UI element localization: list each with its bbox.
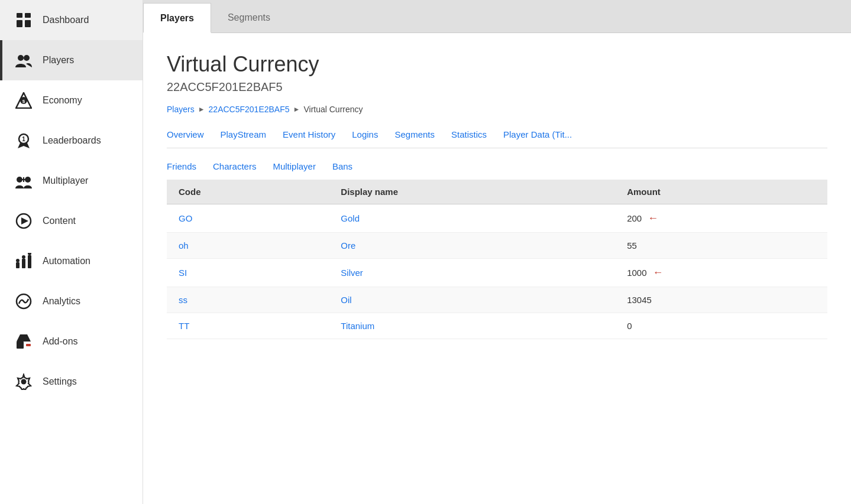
table-cell-code[interactable]: GO bbox=[167, 204, 329, 233]
breadcrumb: Players ► 22ACC5F201E2BAF5 ► Virtual Cur… bbox=[167, 105, 827, 114]
sidebar-label-analytics: Analytics bbox=[43, 296, 80, 307]
nav-link-overview[interactable]: Overview bbox=[167, 127, 204, 142]
players-icon bbox=[14, 51, 33, 70]
nav-link-multiplayer[interactable]: Multiplayer bbox=[273, 159, 316, 174]
sidebar-label-content: Content bbox=[43, 216, 76, 226]
svg-marker-16 bbox=[21, 217, 28, 225]
page-title: Virtual Currency bbox=[167, 52, 827, 77]
svg-point-21 bbox=[22, 255, 25, 259]
sidebar-item-addons[interactable]: Add-ons bbox=[0, 321, 143, 362]
table-row: GOGold 200 ← bbox=[167, 204, 827, 233]
nav-link-logins[interactable]: Logins bbox=[352, 127, 378, 142]
svg-point-20 bbox=[16, 259, 20, 262]
svg-text:$: $ bbox=[22, 99, 25, 104]
table-cell-display-name[interactable]: Titanium bbox=[329, 313, 615, 339]
svg-text:1: 1 bbox=[22, 136, 25, 142]
sidebar-item-leaderboards[interactable]: 1 Leaderboards bbox=[0, 121, 143, 161]
svg-rect-1 bbox=[25, 13, 31, 18]
table-row: SISilver 1000 ← bbox=[167, 259, 827, 287]
amount-value: 200 bbox=[627, 213, 642, 223]
table-cell-amount: 55 bbox=[615, 233, 827, 259]
table-cell-code[interactable]: TT bbox=[167, 313, 329, 339]
amount-value: 1000 bbox=[627, 268, 646, 278]
table-cell-code[interactable]: SI bbox=[167, 259, 329, 287]
svg-rect-24 bbox=[17, 342, 24, 349]
sidebar-item-players[interactable]: Players bbox=[0, 40, 143, 80]
col-header-amount: Amount bbox=[615, 180, 827, 204]
sidebar-label-settings: Settings bbox=[43, 376, 77, 387]
svg-rect-18 bbox=[22, 259, 25, 268]
table-cell-display-name[interactable]: Oil bbox=[329, 287, 615, 313]
svg-rect-0 bbox=[17, 13, 22, 18]
sidebar-item-automation[interactable]: Automation bbox=[0, 241, 143, 281]
leaderboards-icon: 1 bbox=[14, 131, 33, 150]
sidebar-item-economy[interactable]: $ Economy bbox=[0, 80, 143, 121]
table-cell-amount: 0 bbox=[615, 313, 827, 339]
settings-icon bbox=[14, 372, 33, 391]
sidebar-item-analytics[interactable]: Analytics bbox=[0, 281, 143, 321]
breadcrumb-id[interactable]: 22ACC5F201E2BAF5 bbox=[209, 105, 290, 114]
red-arrow-icon: ← bbox=[653, 266, 664, 279]
svg-point-22 bbox=[28, 253, 31, 255]
sidebar-label-automation: Automation bbox=[43, 256, 90, 266]
table-cell-display-name[interactable]: Silver bbox=[329, 259, 615, 287]
multiplayer-icon bbox=[14, 171, 33, 190]
sidebar-label-dashboard: Dashboard bbox=[43, 15, 89, 25]
nav-link-segments[interactable]: Segments bbox=[394, 127, 435, 142]
nav-link-event-history[interactable]: Event History bbox=[283, 127, 335, 142]
breadcrumb-sep-1: ► bbox=[198, 105, 205, 113]
svg-marker-25 bbox=[17, 334, 31, 342]
svg-rect-17 bbox=[16, 262, 20, 268]
sidebar-label-economy: Economy bbox=[43, 95, 82, 106]
sidebar: Dashboard Players $ Economy 1 bbox=[0, 0, 143, 504]
table-row: ohOre55 bbox=[167, 233, 827, 259]
content-icon bbox=[14, 212, 33, 230]
table-row: TTTitanium0 bbox=[167, 313, 827, 339]
sidebar-item-content[interactable]: Content bbox=[0, 201, 143, 241]
sidebar-label-leaderboards: Leaderboards bbox=[43, 135, 101, 146]
table-cell-display-name[interactable]: Ore bbox=[329, 233, 615, 259]
nav-link-playstream[interactable]: PlayStream bbox=[221, 127, 267, 142]
nav-link-characters[interactable]: Characters bbox=[213, 159, 256, 174]
economy-icon: $ bbox=[14, 91, 33, 110]
table-cell-code[interactable]: oh bbox=[167, 233, 329, 259]
sidebar-label-multiplayer: Multiplayer bbox=[43, 175, 88, 186]
nav-divider bbox=[167, 148, 827, 148]
amount-with-arrow: 1000 ← bbox=[627, 266, 663, 279]
automation-icon bbox=[14, 252, 33, 271]
svg-rect-26 bbox=[26, 344, 31, 346]
page-subtitle: 22ACC5F201E2BAF5 bbox=[167, 80, 827, 94]
tab-segments[interactable]: Segments bbox=[211, 3, 287, 32]
breadcrumb-current: Virtual Currency bbox=[303, 105, 363, 114]
sidebar-item-multiplayer[interactable]: Multiplayer bbox=[0, 161, 143, 201]
nav-link-bans[interactable]: Bans bbox=[332, 159, 352, 174]
svg-point-5 bbox=[24, 55, 30, 61]
amount-with-arrow: 200 ← bbox=[627, 212, 658, 225]
nav-link-player-data[interactable]: Player Data (Tit... bbox=[503, 127, 572, 142]
nav-link-friends[interactable]: Friends bbox=[167, 159, 196, 174]
sidebar-item-settings[interactable]: Settings bbox=[0, 362, 143, 402]
nav-links-row2: Friends Characters Multiplayer Bans bbox=[167, 159, 827, 174]
virtual-currency-table: Code Display name Amount GOGold 200 ← oh… bbox=[167, 180, 827, 339]
dashboard-icon bbox=[14, 11, 33, 30]
red-arrow-icon: ← bbox=[648, 212, 658, 225]
col-header-code: Code bbox=[167, 180, 329, 204]
svg-rect-3 bbox=[25, 20, 31, 27]
breadcrumb-players[interactable]: Players bbox=[167, 105, 195, 114]
sidebar-label-players: Players bbox=[43, 55, 74, 66]
nav-links-row1: Overview PlayStream Event History Logins… bbox=[167, 127, 827, 142]
sidebar-item-dashboard[interactable]: Dashboard bbox=[0, 0, 143, 40]
table-cell-amount: 1000 ← bbox=[615, 259, 827, 287]
breadcrumb-sep-2: ► bbox=[293, 105, 300, 113]
tab-bar: Players Segments bbox=[143, 0, 851, 33]
addons-icon bbox=[14, 332, 33, 351]
svg-rect-19 bbox=[28, 255, 31, 268]
nav-link-statistics[interactable]: Statistics bbox=[451, 127, 487, 142]
sidebar-label-addons: Add-ons bbox=[43, 336, 78, 347]
table-cell-code[interactable]: ss bbox=[167, 287, 329, 313]
table-cell-display-name[interactable]: Gold bbox=[329, 204, 615, 233]
table-row: ssOil13045 bbox=[167, 287, 827, 313]
analytics-icon bbox=[14, 292, 33, 311]
table-cell-amount: 13045 bbox=[615, 287, 827, 313]
tab-players[interactable]: Players bbox=[143, 3, 211, 33]
